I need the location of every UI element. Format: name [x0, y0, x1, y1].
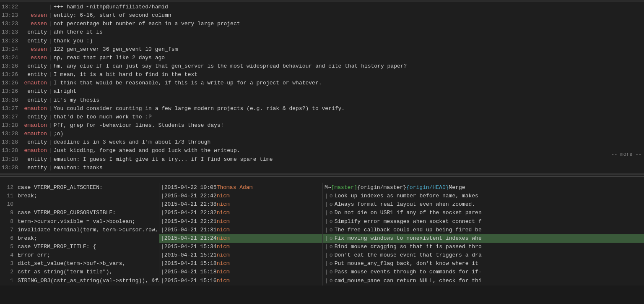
commit-prefix: |: [325, 268, 328, 276]
code-text: STRING_OBJ(cstr_as_string(val->string)),…: [18, 277, 159, 285]
chat-sep: |: [49, 130, 52, 138]
code-text: invalidate_terminal(term, term->cursor.r…: [18, 226, 159, 234]
commit-bullet: o: [330, 243, 333, 251]
chat-time: 13:26: [2, 87, 19, 96]
line-number: 7: [2, 226, 13, 234]
commit-origin: {origin/master}: [357, 183, 406, 192]
chat-nick: essen: [19, 54, 49, 62]
commit-msg: cmd_mouse_pane can return NULL, check fo…: [335, 277, 482, 285]
chat-sep: |: [49, 45, 52, 54]
git-date: |2015-04-21 22:38: [161, 200, 217, 209]
chat-nick: emauton: [19, 121, 49, 130]
chat-msg: +++ hamid ~nithp@unaffiliated/hamid: [54, 3, 168, 11]
chat-line: 13:26entity|it's my thesis: [0, 96, 644, 105]
channel-bar: [0, 175, 644, 177]
chat-sep: |: [49, 138, 52, 147]
chat-nick: essen: [19, 11, 49, 20]
git-date: |2015-04-22 10:05: [161, 183, 217, 192]
chat-msg: np, read that part like 2 days ago: [54, 54, 165, 62]
chat-time: 13:27: [2, 105, 19, 113]
chat-sep: |: [49, 155, 52, 164]
chat-sep: |: [49, 28, 52, 37]
git-author: nicm: [217, 209, 250, 217]
git-panel: |2015-04-22 10:05 Thomas Adam|2015-04-21…: [159, 183, 323, 286]
chat-nick: entity: [19, 113, 49, 121]
chat-line: 13:27emauton|You could consider counting…: [0, 105, 644, 113]
commit-prefix: |: [325, 234, 328, 243]
git-date: |2015-04-21 15:41: [161, 285, 217, 286]
chat-nick: emauton: [19, 147, 49, 155]
chat-line: 13:23entity|thank you :): [0, 37, 644, 45]
git-author: nicm: [217, 226, 250, 234]
commit-prefix: |: [325, 226, 328, 234]
git-author: nicm: [217, 234, 250, 243]
git-author: nicm: [217, 285, 250, 286]
chat-time: 13:28: [2, 130, 19, 138]
chat-msg: it's my thesis: [54, 96, 99, 105]
chat-line: 13:26entity|alright: [0, 87, 644, 96]
code-text: term->cursor.visible = val->boolean;: [18, 218, 135, 226]
commit-prefix: |: [325, 285, 328, 286]
chat-line: 13:22|+++ hamid ~nithp@unaffiliated/hami…: [0, 3, 644, 11]
line-number: 10: [2, 200, 13, 209]
chat-time: 13:26: [2, 96, 19, 105]
chat-sep: |: [49, 11, 52, 20]
git-date: |2015-04-21 21:24: [161, 234, 217, 243]
commit-msg: Don't eat the mouse event that triggers …: [335, 251, 482, 259]
git-line: |2015-04-21 15:34 nicm: [159, 243, 322, 251]
commit-line: | o Always format real layout even when …: [323, 200, 644, 209]
git-author: Thomas Adam: [217, 183, 253, 192]
git-author: nicm: [217, 251, 250, 259]
chat-sep: |: [49, 147, 52, 155]
git-date: |2015-04-21 15:21: [161, 251, 217, 259]
chat-msg: Pff, grep for -behaviour lines. Students…: [54, 121, 224, 130]
commit-msg: The free callback could end up being fir…: [335, 226, 482, 234]
chat-line: 13:28emauton|;o): [0, 130, 644, 138]
commit-prefix: |: [325, 218, 328, 226]
git-line: |2015-04-21 22:38 nicm: [159, 200, 322, 209]
git-line: |2015-04-21 15:41 nicm: [159, 285, 322, 286]
commit-bullet: o: [330, 285, 333, 286]
code-line: 4 Error err;: [0, 251, 159, 259]
code-line: 2 cstr_as_string("term_title"),: [0, 268, 159, 276]
chat-sep: |: [49, 37, 52, 45]
chat-sep: |: [49, 164, 52, 172]
chat-msg: deadline is in 3 weeks and I'm about 1/3…: [54, 138, 210, 147]
git-author: nicm: [217, 218, 250, 226]
chat-time: 13:24: [2, 54, 19, 62]
chat-line: 13:28entity|deadline is in 3 weeks and I…: [0, 138, 644, 147]
code-line: 7 invalidate_terminal(term, term->cursor…: [0, 226, 159, 234]
chat-nick: emauton: [19, 105, 49, 113]
chat-line: 13:26emauton|I think that would be reaso…: [0, 79, 644, 87]
chat-line: 13:24essen|122 gen_server 36 gen_event 1…: [0, 45, 644, 54]
chat-nick: entity: [19, 71, 49, 79]
code-line: 9 case VTERM_PROP_CURSORVISIBLE:: [0, 209, 159, 217]
chat-sep: |: [49, 54, 52, 62]
chat-sep: |: [49, 71, 52, 79]
chat-time: 13:26: [2, 79, 19, 87]
chat-time: 13:24: [2, 45, 19, 54]
commit-prefix: M→: [325, 183, 331, 192]
chat-line: 13:23essen|not percentage but number of …: [0, 20, 644, 28]
commit-bullet: o: [330, 192, 333, 200]
chat-nick: emauton: [19, 130, 49, 138]
chat-msg: that'd be too much work tho :P: [54, 113, 152, 121]
git-date: |2015-04-21 21:31: [161, 226, 217, 234]
chat-nick: entity: [19, 138, 49, 147]
commit-bullet: o: [330, 226, 333, 234]
commit-bullet: o: [330, 209, 333, 217]
commit-msg: Do not die on USR1 if any of the socket …: [335, 209, 482, 217]
commit-line: | o Simplify error messages when socket …: [323, 218, 644, 226]
commit-msg: Merge: [449, 183, 465, 192]
line-number: 4: [2, 251, 13, 259]
chat-msg: entity: 6-16, start of second column: [54, 11, 171, 20]
git-author: nicm: [217, 277, 250, 285]
line-number: 9: [2, 209, 13, 217]
code-line: 8 term->cursor.visible = val->boolean;: [0, 218, 159, 226]
git-line: |2015-04-21 15:18 nicm: [159, 259, 322, 268]
commit-msg: Put mouse_any_flag back, don't know wher…: [335, 259, 478, 268]
chat-time: 13:23: [2, 11, 19, 20]
chat-time: 13:27: [2, 113, 19, 121]
chat-line: 13:23essen|entity: 6-16, start of second…: [0, 11, 644, 20]
code-text: dict_set_value(term->buf->b_vars,: [18, 259, 125, 268]
